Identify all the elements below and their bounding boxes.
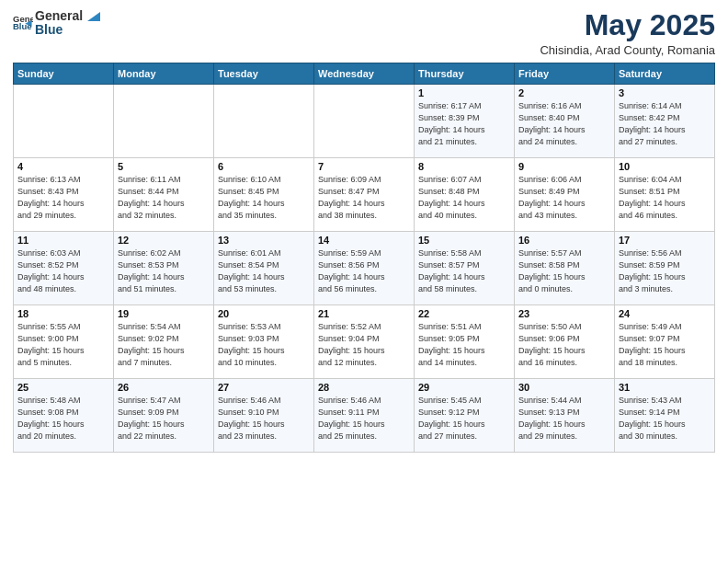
day-cell: 24Sunrise: 5:49 AM Sunset: 9:07 PM Dayli… bbox=[615, 305, 715, 379]
header-wednesday: Wednesday bbox=[314, 63, 415, 85]
header-row: Sunday Monday Tuesday Wednesday Thursday… bbox=[14, 63, 715, 85]
day-cell: 2Sunrise: 6:16 AM Sunset: 8:40 PM Daylig… bbox=[515, 85, 615, 158]
day-cell: 4Sunrise: 6:13 AM Sunset: 8:43 PM Daylig… bbox=[14, 158, 114, 232]
day-number: 5 bbox=[118, 161, 210, 172]
day-info: Sunrise: 5:52 AM Sunset: 9:04 PM Dayligh… bbox=[318, 321, 410, 369]
day-info: Sunrise: 6:06 AM Sunset: 8:49 PM Dayligh… bbox=[518, 174, 610, 222]
day-info: Sunrise: 6:09 AM Sunset: 8:47 PM Dayligh… bbox=[318, 174, 410, 222]
day-number: 2 bbox=[518, 87, 610, 98]
day-number: 29 bbox=[418, 382, 510, 393]
day-info: Sunrise: 5:45 AM Sunset: 9:12 PM Dayligh… bbox=[418, 395, 510, 442]
day-info: Sunrise: 6:04 AM Sunset: 8:51 PM Dayligh… bbox=[619, 174, 711, 222]
day-cell: 30Sunrise: 5:44 AM Sunset: 9:13 PM Dayli… bbox=[515, 379, 615, 453]
day-number: 10 bbox=[619, 161, 711, 172]
day-cell: 23Sunrise: 5:50 AM Sunset: 9:06 PM Dayli… bbox=[515, 305, 615, 379]
day-number: 16 bbox=[518, 235, 610, 246]
day-number: 23 bbox=[518, 308, 610, 319]
day-number: 31 bbox=[619, 382, 711, 393]
day-info: Sunrise: 5:55 AM Sunset: 9:00 PM Dayligh… bbox=[17, 321, 109, 369]
day-info: Sunrise: 5:54 AM Sunset: 9:02 PM Dayligh… bbox=[118, 321, 210, 369]
day-number: 27 bbox=[218, 382, 310, 393]
header-tuesday: Tuesday bbox=[214, 63, 314, 85]
day-number: 4 bbox=[17, 161, 109, 172]
day-info: Sunrise: 6:07 AM Sunset: 8:48 PM Dayligh… bbox=[418, 174, 510, 222]
day-cell: 8Sunrise: 6:07 AM Sunset: 8:48 PM Daylig… bbox=[415, 158, 515, 232]
day-number: 13 bbox=[218, 235, 310, 246]
day-number: 3 bbox=[619, 87, 711, 98]
day-cell: 29Sunrise: 5:45 AM Sunset: 9:12 PM Dayli… bbox=[415, 379, 515, 453]
day-info: Sunrise: 5:48 AM Sunset: 9:08 PM Dayligh… bbox=[17, 395, 109, 442]
day-cell bbox=[314, 85, 415, 158]
day-number: 22 bbox=[418, 308, 510, 319]
day-number: 18 bbox=[17, 308, 109, 319]
day-info: Sunrise: 5:43 AM Sunset: 9:14 PM Dayligh… bbox=[619, 395, 711, 442]
title-block: May 2025 Chisindia, Arad County, Romania bbox=[540, 9, 715, 57]
day-number: 30 bbox=[518, 382, 610, 393]
svg-text:Blue: Blue bbox=[13, 21, 32, 31]
svg-marker-3 bbox=[87, 12, 100, 21]
day-info: Sunrise: 6:02 AM Sunset: 8:53 PM Dayligh… bbox=[118, 247, 210, 295]
day-info: Sunrise: 5:53 AM Sunset: 9:03 PM Dayligh… bbox=[218, 321, 310, 369]
day-info: Sunrise: 6:14 AM Sunset: 8:42 PM Dayligh… bbox=[619, 100, 711, 148]
day-cell: 1Sunrise: 6:17 AM Sunset: 8:39 PM Daylig… bbox=[415, 85, 515, 158]
logo: General Blue General Blue bbox=[13, 9, 100, 38]
day-cell bbox=[14, 85, 114, 158]
day-cell: 17Sunrise: 5:56 AM Sunset: 8:59 PM Dayli… bbox=[615, 232, 715, 305]
day-number: 17 bbox=[619, 235, 711, 246]
day-info: Sunrise: 5:59 AM Sunset: 8:56 PM Dayligh… bbox=[318, 247, 410, 295]
header-sunday: Sunday bbox=[14, 63, 114, 85]
day-info: Sunrise: 6:10 AM Sunset: 8:45 PM Dayligh… bbox=[218, 174, 310, 222]
header-friday: Friday bbox=[515, 63, 615, 85]
day-cell: 18Sunrise: 5:55 AM Sunset: 9:00 PM Dayli… bbox=[14, 305, 114, 379]
day-number: 1 bbox=[418, 87, 510, 98]
day-number: 24 bbox=[619, 308, 711, 319]
header-saturday: Saturday bbox=[615, 63, 715, 85]
day-info: Sunrise: 5:46 AM Sunset: 9:11 PM Dayligh… bbox=[318, 395, 410, 442]
header-thursday: Thursday bbox=[415, 63, 515, 85]
week-row-2: 4Sunrise: 6:13 AM Sunset: 8:43 PM Daylig… bbox=[14, 158, 715, 232]
day-info: Sunrise: 6:13 AM Sunset: 8:43 PM Dayligh… bbox=[17, 174, 109, 222]
day-cell: 3Sunrise: 6:14 AM Sunset: 8:42 PM Daylig… bbox=[615, 85, 715, 158]
calendar-page: General Blue General Blue May 2025 Chisi… bbox=[0, 0, 728, 563]
day-info: Sunrise: 5:47 AM Sunset: 9:09 PM Dayligh… bbox=[118, 395, 210, 442]
calendar-subtitle: Chisindia, Arad County, Romania bbox=[540, 43, 715, 57]
day-info: Sunrise: 6:16 AM Sunset: 8:40 PM Dayligh… bbox=[518, 100, 610, 148]
day-cell bbox=[114, 85, 214, 158]
calendar-title: May 2025 bbox=[540, 9, 715, 41]
week-row-3: 11Sunrise: 6:03 AM Sunset: 8:52 PM Dayli… bbox=[14, 232, 715, 305]
day-cell: 25Sunrise: 5:48 AM Sunset: 9:08 PM Dayli… bbox=[14, 379, 114, 453]
day-info: Sunrise: 5:57 AM Sunset: 8:58 PM Dayligh… bbox=[518, 247, 610, 295]
day-info: Sunrise: 6:03 AM Sunset: 8:52 PM Dayligh… bbox=[17, 247, 109, 295]
day-number: 7 bbox=[318, 161, 410, 172]
day-info: Sunrise: 5:51 AM Sunset: 9:05 PM Dayligh… bbox=[418, 321, 510, 369]
day-cell: 14Sunrise: 5:59 AM Sunset: 8:56 PM Dayli… bbox=[314, 232, 415, 305]
day-number: 25 bbox=[17, 382, 109, 393]
day-cell: 27Sunrise: 5:46 AM Sunset: 9:10 PM Dayli… bbox=[214, 379, 314, 453]
day-info: Sunrise: 5:46 AM Sunset: 9:10 PM Dayligh… bbox=[218, 395, 310, 442]
week-row-5: 25Sunrise: 5:48 AM Sunset: 9:08 PM Dayli… bbox=[14, 379, 715, 453]
day-info: Sunrise: 5:50 AM Sunset: 9:06 PM Dayligh… bbox=[518, 321, 610, 369]
week-row-4: 18Sunrise: 5:55 AM Sunset: 9:00 PM Dayli… bbox=[14, 305, 715, 379]
day-info: Sunrise: 5:49 AM Sunset: 9:07 PM Dayligh… bbox=[619, 321, 711, 369]
header-monday: Monday bbox=[114, 63, 214, 85]
day-info: Sunrise: 6:17 AM Sunset: 8:39 PM Dayligh… bbox=[418, 100, 510, 148]
page-header: General Blue General Blue May 2025 Chisi… bbox=[13, 9, 715, 57]
day-cell: 22Sunrise: 5:51 AM Sunset: 9:05 PM Dayli… bbox=[415, 305, 515, 379]
day-cell: 11Sunrise: 6:03 AM Sunset: 8:52 PM Dayli… bbox=[14, 232, 114, 305]
day-cell: 26Sunrise: 5:47 AM Sunset: 9:09 PM Dayli… bbox=[114, 379, 214, 453]
day-info: Sunrise: 5:44 AM Sunset: 9:13 PM Dayligh… bbox=[518, 395, 610, 442]
day-info: Sunrise: 6:11 AM Sunset: 8:44 PM Dayligh… bbox=[118, 174, 210, 222]
day-number: 15 bbox=[418, 235, 510, 246]
day-cell: 21Sunrise: 5:52 AM Sunset: 9:04 PM Dayli… bbox=[314, 305, 415, 379]
day-number: 8 bbox=[418, 161, 510, 172]
day-cell bbox=[214, 85, 314, 158]
day-cell: 7Sunrise: 6:09 AM Sunset: 8:47 PM Daylig… bbox=[314, 158, 415, 232]
day-cell: 31Sunrise: 5:43 AM Sunset: 9:14 PM Dayli… bbox=[615, 379, 715, 453]
day-number: 11 bbox=[17, 235, 109, 246]
logo-icon: General Blue bbox=[13, 13, 33, 33]
day-info: Sunrise: 6:01 AM Sunset: 8:54 PM Dayligh… bbox=[218, 247, 310, 295]
logo-triangle bbox=[87, 12, 100, 21]
day-cell: 9Sunrise: 6:06 AM Sunset: 8:49 PM Daylig… bbox=[515, 158, 615, 232]
logo-general: General bbox=[35, 9, 100, 23]
day-cell: 5Sunrise: 6:11 AM Sunset: 8:44 PM Daylig… bbox=[114, 158, 214, 232]
